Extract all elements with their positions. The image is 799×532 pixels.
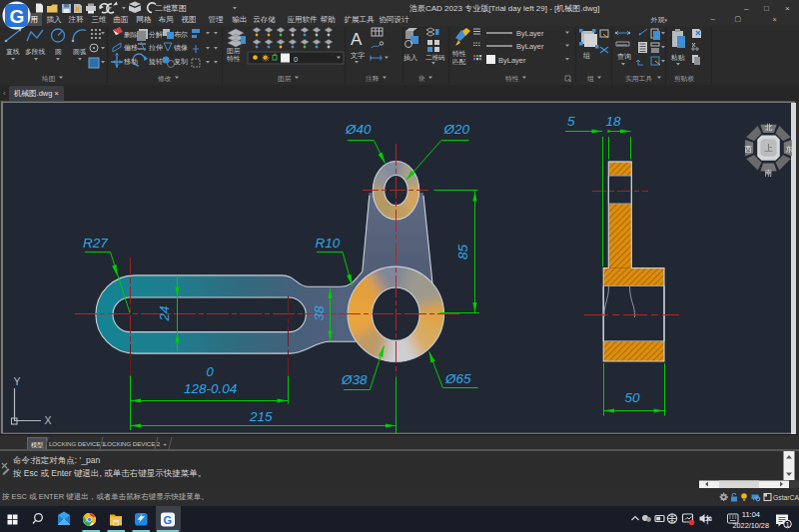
svg-text:实用工具: 实用工具 xyxy=(625,75,652,83)
svg-text:85: 85 xyxy=(455,245,470,261)
svg-text:图层: 图层 xyxy=(227,47,241,55)
svg-text:删除: 删除 xyxy=(124,31,138,39)
svg-text:注释: 注释 xyxy=(366,75,380,82)
svg-text:Ø40: Ø40 xyxy=(345,122,372,137)
svg-text:特性: 特性 xyxy=(505,75,519,83)
svg-text:复制: 复制 xyxy=(174,58,188,66)
svg-text:圆弧: 圆弧 xyxy=(73,48,87,56)
svg-text:特性: 特性 xyxy=(227,55,241,63)
svg-text:G: G xyxy=(164,514,173,526)
svg-text:0: 0 xyxy=(294,55,298,64)
svg-text:215: 215 xyxy=(249,409,273,424)
svg-text:二维码: 二维码 xyxy=(425,54,445,61)
svg-text:文字: 文字 xyxy=(351,51,365,59)
svg-text:中: 中 xyxy=(703,514,713,525)
svg-text:二维草图: 二维草图 xyxy=(155,4,187,13)
svg-text:0: 0 xyxy=(207,364,215,379)
svg-text:5: 5 xyxy=(567,114,575,129)
svg-text:布尔: 布尔 xyxy=(174,31,188,38)
svg-text:1: 1 xyxy=(786,521,790,528)
svg-text:修改: 修改 xyxy=(158,75,172,83)
svg-text:ByLayer: ByLayer xyxy=(498,56,526,65)
svg-text:图层: 图层 xyxy=(278,75,292,83)
svg-text:2022/10/28: 2022/10/28 xyxy=(732,521,769,530)
svg-text:移动: 移动 xyxy=(124,58,138,66)
svg-text:Ø20: Ø20 xyxy=(443,122,470,137)
svg-text:插入: 插入 xyxy=(403,54,417,62)
svg-text:匹配: 匹配 xyxy=(452,58,466,66)
svg-text:128-0.04: 128-0.04 xyxy=(184,381,237,396)
svg-text:38: 38 xyxy=(312,305,327,321)
svg-text:24: 24 xyxy=(157,305,172,321)
svg-text:直线: 直线 xyxy=(6,48,20,55)
svg-text:圆: 圆 xyxy=(55,48,62,56)
svg-text:块: 块 xyxy=(417,75,425,82)
svg-text:绘图: 绘图 xyxy=(42,75,56,83)
svg-text:上: 上 xyxy=(764,143,773,153)
svg-text:ByLayer: ByLayer xyxy=(516,42,544,51)
svg-text:ByLayer: ByLayer xyxy=(516,29,544,38)
svg-text:组: 组 xyxy=(583,52,590,59)
svg-text:R10: R10 xyxy=(316,236,341,251)
svg-text:分解: 分解 xyxy=(148,31,163,39)
svg-text:11:04: 11:04 xyxy=(742,510,760,519)
svg-text:偏移: 偏移 xyxy=(124,44,138,52)
svg-text:北: 北 xyxy=(765,123,773,132)
svg-text:A: A xyxy=(351,30,363,49)
svg-text:Y: Y xyxy=(14,375,21,387)
svg-text:18: 18 xyxy=(606,114,622,129)
svg-text:G: G xyxy=(10,6,25,27)
svg-text:拉伸: 拉伸 xyxy=(149,44,163,51)
svg-text:Ø38: Ø38 xyxy=(341,372,368,387)
svg-text:多段线: 多段线 xyxy=(25,48,46,55)
svg-text:X: X xyxy=(45,414,52,426)
svg-text:GstarCAD: GstarCAD xyxy=(773,494,799,501)
svg-text:镜像: 镜像 xyxy=(173,44,188,52)
svg-text:特性: 特性 xyxy=(452,50,466,58)
svg-text:旋转: 旋转 xyxy=(149,58,163,66)
svg-text:粘贴: 粘贴 xyxy=(670,54,685,62)
svg-text:R27: R27 xyxy=(83,236,108,251)
svg-text:Ø65: Ø65 xyxy=(444,371,471,386)
svg-text:东: 东 xyxy=(785,145,793,154)
svg-text:南: 南 xyxy=(764,169,773,178)
svg-text:剪贴板: 剪贴板 xyxy=(674,75,695,83)
svg-text:50: 50 xyxy=(625,390,641,405)
svg-text:查询: 查询 xyxy=(617,53,631,60)
svg-text:组: 组 xyxy=(587,75,594,82)
svg-text:西: 西 xyxy=(744,145,752,154)
